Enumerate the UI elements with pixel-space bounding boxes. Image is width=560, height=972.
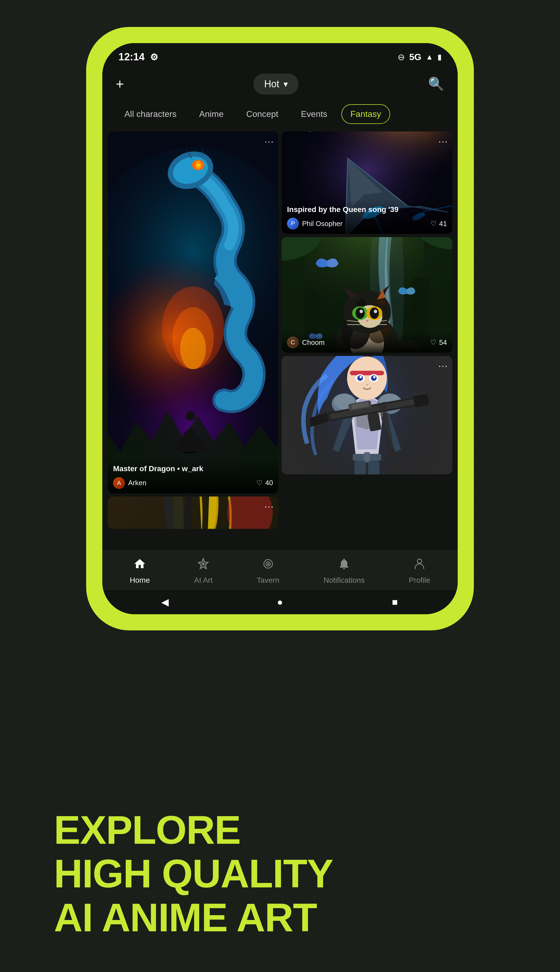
tab-events[interactable]: Events <box>292 105 336 124</box>
svg-point-51 <box>370 307 379 319</box>
space-card[interactable]: ··· Inspired by the Queen song '39 P Phi… <box>282 132 452 234</box>
profile-icon <box>413 558 426 573</box>
svg-point-95 <box>202 563 204 565</box>
right-column: ··· Inspired by the Queen song '39 P Phi… <box>282 132 452 352</box>
arken-avatar: A <box>113 477 125 489</box>
svg-rect-88 <box>364 452 370 463</box>
tavern-label: Tavern <box>257 576 280 585</box>
chevron-down-icon: ▾ <box>283 79 288 89</box>
space-likes-count: 41 <box>439 220 447 228</box>
dragon-likes-count: 40 <box>265 479 273 487</box>
svg-point-70 <box>347 357 387 400</box>
phone-outer-frame: 12:14 ⚙ ⊖ 5G ▲ ▮ + Hot ▾ 🔍 All character… <box>86 27 474 630</box>
heart-icon[interactable]: ♡ <box>430 220 437 228</box>
profile-label: Profile <box>409 576 430 585</box>
dragon-card[interactable]: ··· Master of Dragon • w_ark A Arken ♡ 4… <box>108 132 278 493</box>
cat-card[interactable]: C Choom ♡ 54 <box>282 237 452 352</box>
space-card-overlay: Inspired by the Queen song '39 P Phil Os… <box>282 199 452 234</box>
cat-card-likes: ♡ 54 <box>430 338 447 347</box>
time-display: 12:14 <box>118 51 145 63</box>
app-header: + Hot ▾ 🔍 <box>102 68 458 100</box>
sort-label: Hot <box>264 78 279 90</box>
dragon-card-author: A Arken <box>113 477 147 489</box>
tagline-section: EXPLORE HIGH QUALITY AI ANIME ART <box>54 808 333 940</box>
dragon-card-title: Master of Dragon • w_ark <box>113 464 273 474</box>
status-bar: 12:14 ⚙ ⊖ 5G ▲ ▮ <box>102 43 458 68</box>
recents-button[interactable]: ■ <box>388 595 402 609</box>
nav-ai-art[interactable]: AI Art <box>194 558 212 585</box>
signal-icon: ▲ <box>426 53 433 62</box>
tab-anime[interactable]: Anime <box>191 105 232 124</box>
dragon-card-likes: ♡ 40 <box>256 479 273 487</box>
back-button[interactable]: ◀ <box>158 595 172 609</box>
status-icons: ⊖ 5G ▲ ▮ <box>398 52 442 62</box>
android-nav-bar: ◀ ● ■ <box>102 590 458 614</box>
choom-avatar: C <box>287 336 299 348</box>
svg-point-8 <box>197 164 200 167</box>
tagline-line3: AI ANIME ART <box>54 896 333 940</box>
cat-card-meta: C Choom ♡ 54 <box>287 336 447 348</box>
home-label: Home <box>130 576 150 585</box>
svg-line-84 <box>415 392 416 396</box>
notifications-label: Notifications <box>323 576 365 585</box>
space-author-name: Phil Osopher <box>302 220 342 228</box>
bottom-nav: Home AI Art <box>102 551 458 590</box>
phone-device: 12:14 ⚙ ⊖ 5G ▲ ▮ + Hot ▾ 🔍 All character… <box>102 43 458 614</box>
sort-dropdown[interactable]: Hot ▾ <box>253 73 298 95</box>
svg-rect-92 <box>183 496 193 529</box>
network-indicator: 5G <box>409 52 422 62</box>
svg-line-85 <box>420 392 420 395</box>
tagline-line1: EXPLORE <box>54 808 333 852</box>
svg-point-76 <box>360 376 362 378</box>
nav-tavern[interactable]: Tavern <box>257 558 280 585</box>
svg-point-52 <box>360 310 363 313</box>
partial-card[interactable]: ··· <box>108 496 278 529</box>
heart-icon[interactable]: ♡ <box>256 479 262 487</box>
space-card-title: Inspired by the Queen song '39 <box>287 205 447 214</box>
home-button[interactable]: ● <box>273 595 287 609</box>
space-card-more[interactable]: ··· <box>438 136 448 147</box>
nav-home[interactable]: Home <box>130 558 150 585</box>
svg-rect-93 <box>172 496 185 529</box>
svg-rect-89 <box>355 461 366 474</box>
svg-point-50 <box>356 307 365 319</box>
phil-avatar: P <box>287 218 299 229</box>
cat-card-overlay: C Choom ♡ 54 <box>282 331 452 352</box>
space-card-likes: ♡ 41 <box>430 220 447 228</box>
filter-tabs: All characters Anime Concept Events Fant… <box>102 100 458 128</box>
space-card-meta: P Phil Osopher ♡ 41 <box>287 218 447 229</box>
svg-rect-90 <box>368 461 379 474</box>
tab-concept[interactable]: Concept <box>238 105 287 124</box>
cat-card-author: C Choom <box>287 336 325 348</box>
nav-notifications[interactable]: Notifications <box>323 558 365 585</box>
dnd-icon: ⊖ <box>398 52 405 62</box>
tab-all-characters[interactable]: All characters <box>116 105 185 124</box>
dragon-card-overlay: Master of Dragon • w_ark A Arken ♡ 40 <box>108 459 278 493</box>
tab-fantasy[interactable]: Fantasy <box>342 104 390 124</box>
dragon-author-name: Arken <box>128 479 147 487</box>
add-button[interactable]: + <box>116 76 124 92</box>
svg-line-86 <box>424 391 424 394</box>
dragon-card-meta: A Arken ♡ 40 <box>113 477 273 489</box>
svg-point-98 <box>268 563 269 564</box>
content-grid: ··· Master of Dragon • w_ark A Arken ♡ 4… <box>102 128 458 551</box>
home-icon <box>133 558 146 573</box>
partial-card-more[interactable]: ··· <box>264 501 274 512</box>
svg-point-77 <box>373 376 375 378</box>
ai-art-icon <box>197 558 210 573</box>
battery-icon: ▮ <box>438 53 442 62</box>
status-time: 12:14 ⚙ <box>118 51 158 63</box>
dragon-card-more[interactable]: ··· <box>264 136 274 147</box>
search-button[interactable]: 🔍 <box>428 77 444 92</box>
ai-art-label: AI Art <box>194 576 212 585</box>
nav-profile[interactable]: Profile <box>409 558 430 585</box>
svg-point-53 <box>374 310 377 313</box>
cat-author-name: Choom <box>302 338 325 347</box>
warrior-card-more[interactable]: ··· <box>438 360 448 371</box>
svg-point-11 <box>180 328 206 369</box>
warrior-card[interactable]: ··· <box>282 356 452 474</box>
bell-icon <box>338 558 350 573</box>
heart-icon[interactable]: ♡ <box>430 338 437 347</box>
gear-icon: ⚙ <box>150 52 158 62</box>
space-card-author: P Phil Osopher <box>287 218 342 229</box>
